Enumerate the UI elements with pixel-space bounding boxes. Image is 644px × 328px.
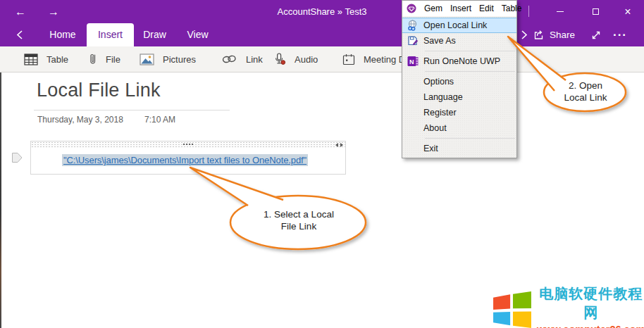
expand-icon xyxy=(590,30,602,41)
menu-item-save-as[interactable]: Save As xyxy=(402,33,516,49)
save-as-icon xyxy=(402,35,423,46)
file-label: File xyxy=(106,54,120,65)
note-resize-icon[interactable] xyxy=(335,143,343,147)
menu-separator xyxy=(425,138,515,139)
menu-item-label: Open Local Link xyxy=(423,20,487,30)
menu-item-open-local-link[interactable]: Open Local Link xyxy=(402,18,516,33)
link-button[interactable]: Link xyxy=(221,46,263,72)
gem-addin-window: Gem Insert Edit Table Open Local Link xyxy=(402,0,517,158)
tab-view[interactable]: View xyxy=(178,23,218,46)
tab-draw[interactable]: Draw xyxy=(135,23,174,46)
svg-text:N: N xyxy=(409,58,414,65)
audio-label: Audio xyxy=(295,54,318,65)
file-button[interactable]: File xyxy=(89,46,120,72)
tab-insert[interactable]: Insert xyxy=(87,23,134,46)
pictures-icon xyxy=(140,53,154,65)
menu-separator xyxy=(425,71,515,72)
menu-item-label: Save As xyxy=(423,36,456,46)
share-button[interactable]: Share xyxy=(533,23,575,46)
page-title[interactable]: Local File Link xyxy=(37,80,161,101)
menu-item-label: Options xyxy=(423,77,454,87)
onenote-window: ← → AccountShare » Test3 × Home Insert D… xyxy=(0,0,644,328)
gem-menu-gem[interactable]: Gem xyxy=(424,4,442,13)
meeting-icon xyxy=(342,53,355,65)
page-date: Thursday, May 3, 2018 xyxy=(37,115,123,125)
gem-menubar: Gem Insert Edit Table xyxy=(402,1,516,16)
table-icon xyxy=(24,53,38,65)
audio-icon xyxy=(273,53,286,65)
chevron-left-icon[interactable] xyxy=(16,30,25,40)
paragraph-handle[interactable] xyxy=(12,153,23,163)
window-title: AccountShare » Test3 xyxy=(0,0,644,23)
share-icon xyxy=(533,29,545,41)
menu-item-options[interactable]: Options xyxy=(402,74,516,89)
audio-button[interactable]: Audio xyxy=(273,46,318,72)
titlebar-divider xyxy=(528,6,529,17)
menu-item-label: About xyxy=(423,123,447,133)
maximize-icon xyxy=(593,8,599,15)
link-icon xyxy=(221,54,237,64)
link-label: Link xyxy=(246,54,263,65)
pictures-button[interactable]: Pictures xyxy=(140,46,196,72)
tab-home[interactable]: Home xyxy=(42,23,83,46)
fullscreen-button[interactable] xyxy=(590,23,602,46)
globe-link-icon xyxy=(402,20,423,31)
watermark-site-name: 电脑软硬件教程网 xyxy=(537,284,644,322)
windows-logo-icon xyxy=(493,291,531,328)
menu-separator xyxy=(425,51,515,51)
pictures-label: Pictures xyxy=(163,54,196,65)
gem-menu-insert[interactable]: Insert xyxy=(450,4,471,13)
menu-item-about[interactable]: About xyxy=(402,120,516,136)
page-title-rule xyxy=(34,110,230,111)
menu-item-register[interactable]: Register xyxy=(402,105,516,120)
paperclip-icon xyxy=(89,53,97,65)
minimize-button[interactable] xyxy=(550,0,571,23)
onenote-icon: N xyxy=(402,56,423,67)
gem-menu-edit[interactable]: Edit xyxy=(479,4,494,13)
watermark-url: www.computer26.com xyxy=(537,324,644,328)
ribbon-toolbar: Table File Pictures xyxy=(0,46,644,72)
minimize-icon xyxy=(557,11,564,12)
gem-menu-table[interactable]: Table xyxy=(502,4,522,13)
maximize-button[interactable] xyxy=(585,0,606,23)
gem-logo-icon xyxy=(407,4,416,13)
gem-menu: Open Local Link Save As xyxy=(402,16,516,158)
table-button[interactable]: Table xyxy=(24,46,68,72)
close-button[interactable]: × xyxy=(617,0,638,23)
more-options-button[interactable]: ··· xyxy=(613,23,627,46)
page-time: 7:10 AM xyxy=(144,115,175,125)
chevron-right-icon[interactable] xyxy=(519,30,528,40)
menu-item-label: Language xyxy=(423,92,463,102)
local-file-link[interactable]: "C:\Users\james\Documents\Import text fi… xyxy=(62,154,308,166)
note-container[interactable]: "C:\Users\james\Documents\Import text fi… xyxy=(30,141,346,175)
menu-item-label: Run OneNote UWP xyxy=(423,56,500,66)
table-label: Table xyxy=(47,54,68,65)
menu-item-language[interactable]: Language xyxy=(402,89,516,105)
share-label: Share xyxy=(550,30,575,40)
menu-item-exit[interactable]: Exit xyxy=(402,141,516,156)
watermark: 电脑软硬件教程网 www.computer26.com xyxy=(493,284,644,328)
note-grip-icon[interactable] xyxy=(183,144,193,145)
menu-item-label: Exit xyxy=(423,144,438,153)
note-move-handle[interactable] xyxy=(31,141,345,148)
window-left-edge xyxy=(0,72,1,328)
title-bar: ← → AccountShare » Test3 × xyxy=(0,0,644,23)
menu-item-label: Register xyxy=(423,108,457,118)
menu-item-run-onenote-uwp[interactable]: N Run OneNote UWP xyxy=(402,53,516,69)
